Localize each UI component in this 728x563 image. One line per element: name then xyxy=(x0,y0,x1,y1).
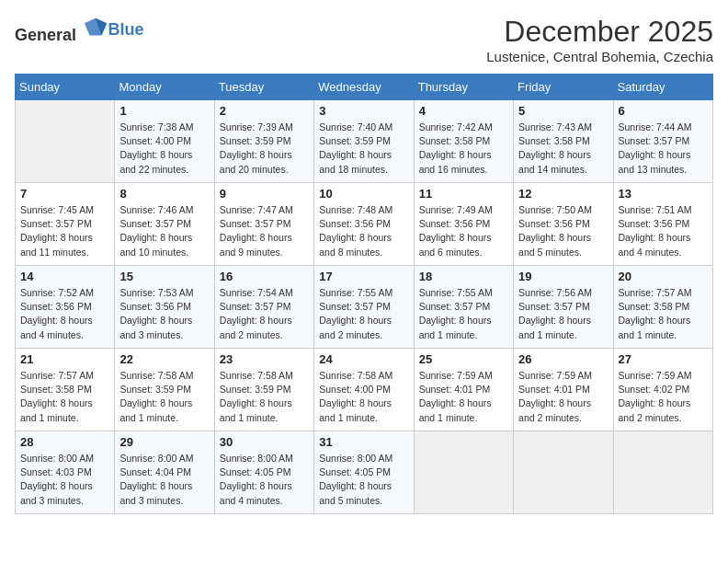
day-info: Sunrise: 8:00 AM Sunset: 4:05 PM Dayligh… xyxy=(319,452,408,508)
calendar-day-cell: 26Sunrise: 7:59 AM Sunset: 4:01 PM Dayli… xyxy=(514,349,613,431)
day-info: Sunrise: 7:59 AM Sunset: 4:02 PM Dayligh… xyxy=(619,369,708,425)
month-title: December 2025 xyxy=(486,15,713,49)
day-number: 25 xyxy=(419,352,508,366)
calendar-day-cell: 17Sunrise: 7:55 AM Sunset: 3:57 PM Dayli… xyxy=(314,266,414,349)
day-info: Sunrise: 7:48 AM Sunset: 3:56 PM Dayligh… xyxy=(319,203,408,259)
day-info: Sunrise: 7:40 AM Sunset: 3:59 PM Dayligh… xyxy=(319,121,408,177)
day-info: Sunrise: 7:50 AM Sunset: 3:56 PM Dayligh… xyxy=(518,203,608,259)
day-info: Sunrise: 7:39 AM Sunset: 3:59 PM Dayligh… xyxy=(220,121,309,177)
location-title: Lustenice, Central Bohemia, Czechia xyxy=(486,49,713,64)
day-info: Sunrise: 7:57 AM Sunset: 3:58 PM Dayligh… xyxy=(619,286,708,342)
day-number: 17 xyxy=(319,270,408,283)
day-number: 12 xyxy=(518,187,608,201)
calendar-day-cell: 2Sunrise: 7:39 AM Sunset: 3:59 PM Daylig… xyxy=(214,100,313,183)
day-info: Sunrise: 7:52 AM Sunset: 3:56 PM Dayligh… xyxy=(20,286,109,342)
day-number: 13 xyxy=(619,187,708,201)
day-info: Sunrise: 7:46 AM Sunset: 3:57 PM Dayligh… xyxy=(119,203,209,259)
day-info: Sunrise: 7:58 AM Sunset: 4:00 PM Dayligh… xyxy=(319,369,408,425)
calendar-day-cell: 4Sunrise: 7:42 AM Sunset: 3:58 PM Daylig… xyxy=(414,100,513,183)
calendar-day-cell: 28Sunrise: 8:00 AM Sunset: 4:03 PM Dayli… xyxy=(16,431,115,514)
day-info: Sunrise: 7:45 AM Sunset: 3:57 PM Dayligh… xyxy=(20,203,109,259)
calendar-day-cell: 13Sunrise: 7:51 AM Sunset: 3:56 PM Dayli… xyxy=(613,183,712,266)
calendar-day-cell: 23Sunrise: 7:58 AM Sunset: 3:59 PM Dayli… xyxy=(214,349,313,431)
calendar-week-row: 21Sunrise: 7:57 AM Sunset: 3:58 PM Dayli… xyxy=(16,349,713,431)
day-info: Sunrise: 8:00 AM Sunset: 4:04 PM Dayligh… xyxy=(119,452,209,508)
day-number: 21 xyxy=(20,352,109,366)
calendar-day-header: Saturday xyxy=(613,75,712,100)
day-number: 24 xyxy=(319,352,408,366)
calendar-day-header: Friday xyxy=(514,75,613,100)
day-info: Sunrise: 7:53 AM Sunset: 3:56 PM Dayligh… xyxy=(119,286,209,342)
calendar-day-cell: 16Sunrise: 7:54 AM Sunset: 3:57 PM Dayli… xyxy=(214,266,313,349)
day-number: 3 xyxy=(319,104,408,118)
calendar-day-cell xyxy=(414,431,513,514)
calendar-week-row: 14Sunrise: 7:52 AM Sunset: 3:56 PM Dayli… xyxy=(16,266,713,349)
calendar-day-cell xyxy=(514,431,613,514)
calendar-day-cell: 5Sunrise: 7:43 AM Sunset: 3:58 PM Daylig… xyxy=(514,100,613,183)
day-number: 8 xyxy=(119,187,209,201)
day-info: Sunrise: 7:51 AM Sunset: 3:56 PM Dayligh… xyxy=(619,203,708,259)
day-number: 10 xyxy=(319,187,408,201)
day-number: 18 xyxy=(419,270,508,283)
calendar-day-cell: 31Sunrise: 8:00 AM Sunset: 4:05 PM Dayli… xyxy=(314,431,414,514)
day-number: 7 xyxy=(20,187,109,201)
logo-blue: Blue xyxy=(108,20,144,39)
day-info: Sunrise: 7:59 AM Sunset: 4:01 PM Dayligh… xyxy=(518,369,608,425)
day-number: 2 xyxy=(220,104,309,118)
calendar-day-cell xyxy=(613,431,712,514)
day-number: 31 xyxy=(319,435,408,449)
day-number: 14 xyxy=(20,270,109,283)
calendar-day-cell: 22Sunrise: 7:58 AM Sunset: 3:59 PM Dayli… xyxy=(115,349,214,431)
calendar-day-cell: 25Sunrise: 7:59 AM Sunset: 4:01 PM Dayli… xyxy=(414,349,513,431)
logo-general: General xyxy=(15,26,76,44)
calendar-day-cell xyxy=(16,100,115,183)
day-info: Sunrise: 7:58 AM Sunset: 3:59 PM Dayligh… xyxy=(220,369,309,425)
day-number: 15 xyxy=(119,270,209,283)
day-info: Sunrise: 7:54 AM Sunset: 3:57 PM Dayligh… xyxy=(220,286,309,342)
day-info: Sunrise: 8:00 AM Sunset: 4:05 PM Dayligh… xyxy=(220,452,309,508)
day-info: Sunrise: 7:42 AM Sunset: 3:58 PM Dayligh… xyxy=(419,121,508,177)
day-info: Sunrise: 7:38 AM Sunset: 4:00 PM Dayligh… xyxy=(119,121,209,177)
page-header: General Blue December 2025 Lustenice, Ce… xyxy=(15,15,713,64)
day-number: 5 xyxy=(518,104,608,118)
calendar-day-cell: 14Sunrise: 7:52 AM Sunset: 3:56 PM Dayli… xyxy=(16,266,115,349)
calendar-day-cell: 7Sunrise: 7:45 AM Sunset: 3:57 PM Daylig… xyxy=(16,183,115,266)
title-section: December 2025 Lustenice, Central Bohemia… xyxy=(486,15,713,64)
calendar-day-cell: 20Sunrise: 7:57 AM Sunset: 3:58 PM Dayli… xyxy=(613,266,712,349)
day-number: 22 xyxy=(119,352,209,366)
calendar-day-cell: 1Sunrise: 7:38 AM Sunset: 4:00 PM Daylig… xyxy=(115,100,214,183)
day-number: 27 xyxy=(619,352,708,366)
day-info: Sunrise: 7:58 AM Sunset: 3:59 PM Dayligh… xyxy=(119,369,209,425)
day-number: 28 xyxy=(20,435,109,449)
day-number: 20 xyxy=(619,270,708,283)
day-info: Sunrise: 7:56 AM Sunset: 3:57 PM Dayligh… xyxy=(518,286,608,342)
day-number: 9 xyxy=(220,187,309,201)
day-info: Sunrise: 7:57 AM Sunset: 3:58 PM Dayligh… xyxy=(20,369,109,425)
calendar-week-row: 1Sunrise: 7:38 AM Sunset: 4:00 PM Daylig… xyxy=(16,100,713,183)
day-info: Sunrise: 7:55 AM Sunset: 3:57 PM Dayligh… xyxy=(319,286,408,342)
day-number: 19 xyxy=(518,270,608,283)
day-info: Sunrise: 7:49 AM Sunset: 3:56 PM Dayligh… xyxy=(419,203,508,259)
calendar-day-cell: 9Sunrise: 7:47 AM Sunset: 3:57 PM Daylig… xyxy=(214,183,313,266)
calendar-day-header: Monday xyxy=(115,75,214,100)
day-number: 16 xyxy=(220,270,309,283)
calendar-day-cell: 6Sunrise: 7:44 AM Sunset: 3:57 PM Daylig… xyxy=(613,100,712,183)
day-number: 26 xyxy=(518,352,608,366)
calendar-day-cell: 24Sunrise: 7:58 AM Sunset: 4:00 PM Dayli… xyxy=(314,349,414,431)
day-number: 30 xyxy=(220,435,309,449)
day-info: Sunrise: 7:44 AM Sunset: 3:57 PM Dayligh… xyxy=(619,121,708,177)
calendar-day-cell: 11Sunrise: 7:49 AM Sunset: 3:56 PM Dayli… xyxy=(414,183,513,266)
calendar-day-cell: 30Sunrise: 8:00 AM Sunset: 4:05 PM Dayli… xyxy=(214,431,313,514)
calendar-day-header: Wednesday xyxy=(314,75,414,100)
calendar-day-cell: 29Sunrise: 8:00 AM Sunset: 4:04 PM Dayli… xyxy=(115,431,214,514)
calendar-day-cell: 27Sunrise: 7:59 AM Sunset: 4:02 PM Dayli… xyxy=(613,349,712,431)
day-number: 11 xyxy=(419,187,508,201)
day-number: 29 xyxy=(119,435,209,449)
calendar-day-cell: 18Sunrise: 7:55 AM Sunset: 3:57 PM Dayli… xyxy=(414,266,513,349)
day-number: 1 xyxy=(119,104,209,118)
calendar-day-header: Tuesday xyxy=(214,75,313,100)
calendar-week-row: 7Sunrise: 7:45 AM Sunset: 3:57 PM Daylig… xyxy=(16,183,713,266)
day-info: Sunrise: 7:55 AM Sunset: 3:57 PM Dayligh… xyxy=(419,286,508,342)
day-info: Sunrise: 8:00 AM Sunset: 4:03 PM Dayligh… xyxy=(20,452,109,508)
calendar-day-cell: 8Sunrise: 7:46 AM Sunset: 3:57 PM Daylig… xyxy=(115,183,214,266)
